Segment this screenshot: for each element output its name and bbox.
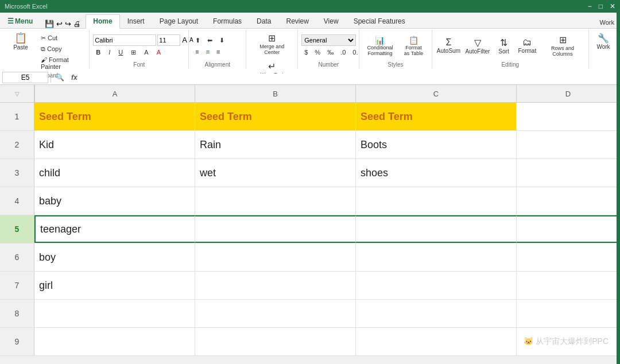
format-as-table-button[interactable]: 📋 Format as Table bbox=[400, 34, 428, 58]
save-icon[interactable]: 💾 bbox=[45, 20, 54, 28]
cell-D5[interactable] bbox=[517, 215, 620, 243]
cell-C4[interactable] bbox=[356, 187, 517, 215]
percent-icon[interactable]: $ bbox=[301, 48, 311, 57]
tab-page-layout[interactable]: Page Layout bbox=[152, 14, 206, 28]
tab-insert[interactable]: Insert bbox=[120, 14, 152, 28]
tab-home[interactable]: Home bbox=[86, 14, 119, 29]
comma-icon[interactable]: % bbox=[312, 48, 323, 57]
format-button[interactable]: 🗂 Format bbox=[517, 36, 538, 56]
cell-A7[interactable]: girl bbox=[34, 272, 195, 299]
fill-color-icon[interactable]: A bbox=[141, 48, 151, 57]
cell-B5[interactable] bbox=[195, 215, 356, 243]
cell-A9[interactable] bbox=[34, 328, 195, 355]
cell-C2[interactable]: Boots bbox=[356, 131, 517, 158]
cell-C3[interactable]: shoes bbox=[356, 159, 517, 187]
cell-D3[interactable] bbox=[517, 159, 620, 187]
undo-icon[interactable]: ↩ bbox=[56, 20, 63, 28]
cell-B2[interactable]: Rain bbox=[195, 131, 356, 158]
cell-C9[interactable] bbox=[356, 328, 517, 355]
paste-button[interactable]: 📋 Paste bbox=[6, 31, 36, 52]
number-format-select[interactable]: General bbox=[301, 34, 356, 46]
cell-C5[interactable] bbox=[356, 215, 517, 243]
cell-B3[interactable]: wet bbox=[195, 159, 356, 187]
font-size-input[interactable] bbox=[157, 34, 180, 46]
cell-D6[interactable] bbox=[517, 243, 620, 271]
row-number-6[interactable]: 6 bbox=[0, 243, 34, 271]
cell-B6[interactable] bbox=[195, 243, 356, 271]
cell-B1[interactable]: Seed Term bbox=[195, 103, 356, 130]
cell-B4[interactable] bbox=[195, 187, 356, 215]
col-header-a[interactable]: A bbox=[34, 85, 195, 102]
tab-view[interactable]: View bbox=[316, 14, 346, 28]
align-middle-icon[interactable]: ⬅ bbox=[204, 36, 215, 45]
tab-data[interactable]: Data bbox=[249, 14, 278, 28]
bold-button[interactable]: B bbox=[93, 48, 103, 57]
name-box[interactable] bbox=[2, 72, 48, 83]
currency-icon[interactable]: ‰ bbox=[324, 48, 336, 57]
row-number-7[interactable]: 7 bbox=[0, 272, 34, 299]
conditional-formatting-button[interactable]: 📊 Conditional Formatting bbox=[363, 34, 397, 58]
border-icon[interactable]: ⊞ bbox=[128, 48, 139, 57]
work-button[interactable]: 🔧 Work bbox=[593, 31, 614, 52]
copy-button[interactable]: ⧉ Copy bbox=[38, 44, 86, 54]
cell-D9[interactable] bbox=[517, 328, 620, 355]
tab-menu[interactable]: ☰ Menu bbox=[0, 14, 40, 28]
cell-C8[interactable] bbox=[356, 300, 517, 327]
row-number-3[interactable]: 3 bbox=[0, 159, 34, 187]
cell-D4[interactable] bbox=[517, 187, 620, 215]
cell-D8[interactable] bbox=[517, 300, 620, 327]
sort-button[interactable]: ⇅ Sort bbox=[494, 36, 514, 56]
cell-A2[interactable]: Kid bbox=[34, 131, 195, 158]
col-header-c[interactable]: C bbox=[356, 85, 517, 102]
col-header-b[interactable]: B bbox=[195, 85, 356, 102]
formula-input[interactable] bbox=[82, 73, 618, 82]
row-number-8[interactable]: 8 bbox=[0, 300, 34, 327]
redo-icon[interactable]: ↪ bbox=[65, 20, 71, 28]
row-number-1[interactable]: 1 bbox=[0, 103, 34, 130]
align-bottom-icon[interactable]: ⬇ bbox=[216, 36, 227, 45]
merge-center-button[interactable]: ⊞ Merge and Center bbox=[250, 31, 294, 57]
font-name-input[interactable] bbox=[93, 34, 156, 46]
cell-C1[interactable]: Seed Term bbox=[356, 103, 517, 130]
increase-decimal-icon[interactable]: .0 bbox=[338, 48, 348, 57]
cell-B7[interactable] bbox=[195, 272, 356, 299]
cell-A6[interactable]: boy bbox=[34, 243, 195, 271]
maximize-btn[interactable]: □ bbox=[599, 2, 603, 10]
row-number-5[interactable]: 5 bbox=[0, 215, 34, 243]
row-number-4[interactable]: 4 bbox=[0, 187, 34, 215]
close-btn[interactable]: ✕ bbox=[610, 2, 615, 10]
align-left-icon[interactable]: ≡ bbox=[192, 47, 202, 56]
cell-A5[interactable]: teenager bbox=[34, 215, 195, 243]
cut-button[interactable]: ✂ Cut bbox=[38, 33, 86, 43]
cell-D2[interactable] bbox=[517, 131, 620, 158]
autofilter-button[interactable]: ▽ AutoFilter bbox=[464, 36, 491, 56]
tab-formulas[interactable]: Formulas bbox=[206, 14, 249, 28]
print-icon[interactable]: 🖨 bbox=[73, 20, 81, 28]
font-color-icon[interactable]: A bbox=[154, 48, 164, 57]
cell-A8[interactable] bbox=[34, 300, 195, 327]
rows-columns-button[interactable]: ⊞ Rows and Columns bbox=[540, 33, 585, 59]
cell-C7[interactable] bbox=[356, 272, 517, 299]
col-header-d[interactable]: D bbox=[517, 85, 620, 102]
row-number-9[interactable]: 9 bbox=[0, 328, 34, 355]
format-painter-button[interactable]: 🖌 Format Painter bbox=[38, 55, 86, 71]
align-top-icon[interactable]: ⬆ bbox=[192, 36, 203, 45]
cell-C6[interactable] bbox=[356, 243, 517, 271]
row-number-2[interactable]: 2 bbox=[0, 131, 34, 158]
minimize-btn[interactable]: − bbox=[588, 2, 592, 10]
align-center-icon[interactable]: ≡ bbox=[203, 47, 212, 56]
underline-button[interactable]: U bbox=[115, 48, 126, 57]
tab-special-features[interactable]: Special Features bbox=[346, 14, 413, 28]
fx-icon[interactable]: fx bbox=[69, 73, 80, 82]
cell-D1[interactable] bbox=[517, 103, 620, 130]
cell-A3[interactable]: child bbox=[34, 159, 195, 187]
cell-A1[interactable]: Seed Term bbox=[34, 103, 195, 130]
italic-button[interactable]: I bbox=[106, 48, 113, 57]
cell-A4[interactable]: baby bbox=[34, 187, 195, 215]
cell-B8[interactable] bbox=[195, 300, 356, 327]
autosum-button[interactable]: Σ AutoSum bbox=[436, 36, 462, 56]
increase-font-icon[interactable]: A bbox=[181, 35, 188, 45]
cell-D7[interactable] bbox=[517, 272, 620, 299]
tab-review[interactable]: Review bbox=[278, 14, 316, 28]
cell-B9[interactable] bbox=[195, 328, 356, 355]
